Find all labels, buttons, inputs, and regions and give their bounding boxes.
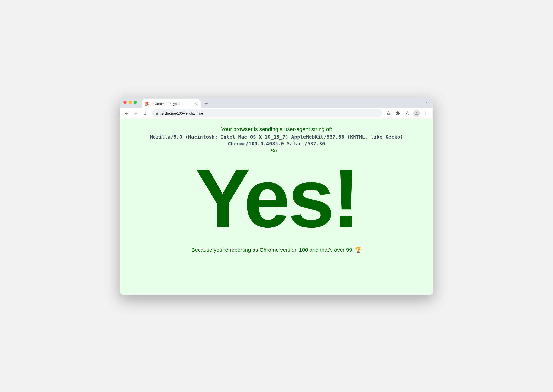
lock-icon <box>155 112 158 115</box>
because-text: Because you're reporting as Chrome versi… <box>125 247 428 253</box>
address-bar[interactable]: is-chrome-100-yet.glitch.me <box>152 109 382 117</box>
tab-strip: 💯 Is Chrome 100 yet? <box>142 97 210 108</box>
extensions-puzzle-icon[interactable] <box>394 110 402 117</box>
minimize-window-button[interactable] <box>129 101 132 104</box>
yes-heading: Yes! <box>125 156 428 240</box>
svg-point-1 <box>426 113 426 114</box>
bookmark-star-icon[interactable] <box>385 110 392 117</box>
browser-window: 💯 Is Chrome 100 yet? <box>120 97 433 295</box>
svg-point-2 <box>426 114 426 115</box>
toolbar: is-chrome-100-yet.glitch.me <box>120 108 433 119</box>
browser-tab[interactable]: 💯 Is Chrome 100 yet? <box>142 99 201 108</box>
page-content: Your browser is sending a user-agent str… <box>120 119 433 295</box>
intro-text: Your browser is sending a user-agent str… <box>125 126 428 132</box>
tab-search-button[interactable] <box>426 101 429 105</box>
svg-point-0 <box>426 112 426 113</box>
hundred-icon: 💯 <box>145 102 150 106</box>
menu-button[interactable] <box>422 110 430 117</box>
user-agent-string: Mozilla/5.0 (Macintosh; Intel Mac OS X 1… <box>125 133 428 147</box>
maximize-window-button[interactable] <box>134 101 137 104</box>
back-button[interactable] <box>122 109 130 117</box>
toolbar-actions <box>385 110 431 117</box>
window-controls <box>123 101 137 104</box>
close-window-button[interactable] <box>123 101 127 104</box>
url-text: is-chrome-100-yet.glitch.me <box>161 111 203 115</box>
labs-flask-icon[interactable] <box>404 110 411 117</box>
forward-button[interactable] <box>132 109 140 117</box>
close-tab-button[interactable] <box>194 102 198 106</box>
new-tab-button[interactable] <box>203 100 210 107</box>
tab-title: Is Chrome 100 yet? <box>152 102 192 106</box>
titlebar: 💯 Is Chrome 100 yet? <box>120 97 433 108</box>
profile-avatar[interactable] <box>413 110 420 117</box>
reload-button[interactable] <box>141 109 149 117</box>
